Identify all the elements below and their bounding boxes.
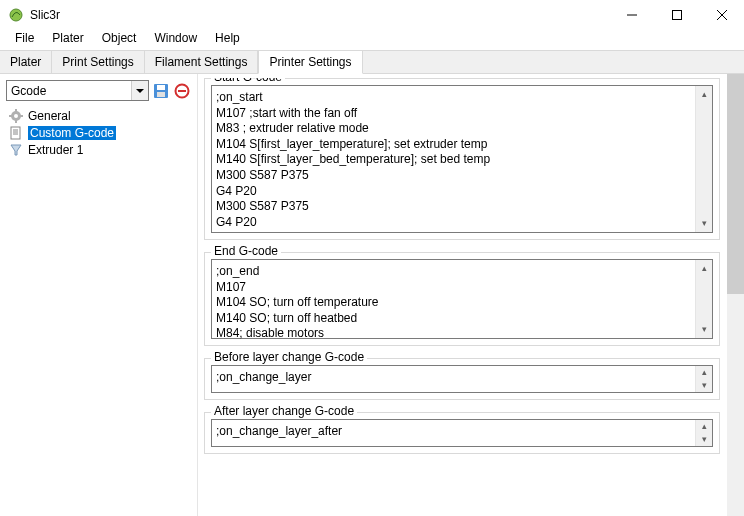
tree-label: Extruder 1 — [28, 143, 83, 157]
right-pane: Start G-code ;on_start M107 ;start with … — [197, 74, 744, 516]
scroll-down-icon: ▾ — [696, 321, 713, 338]
menu-object[interactable]: Object — [93, 29, 146, 47]
after-layer-textarea[interactable]: ;on_change_layer_after▴▾ — [211, 419, 713, 447]
code-text: ;on_change_layer — [216, 370, 708, 386]
tab-printer-settings[interactable]: Printer Settings — [258, 50, 362, 74]
svg-rect-2 — [672, 11, 681, 20]
scroll-down-icon: ▾ — [696, 433, 713, 446]
close-button[interactable] — [699, 0, 744, 30]
textarea-scrollbar[interactable]: ▴▾ — [695, 366, 712, 392]
scroll-up-icon: ▴ — [696, 420, 713, 433]
before-layer-section: Before layer change G-code ;on_change_la… — [204, 358, 720, 400]
maximize-button[interactable] — [654, 0, 699, 30]
window-controls — [609, 0, 744, 30]
textarea-scrollbar[interactable]: ▴▾ — [695, 420, 712, 446]
textarea-scrollbar[interactable]: ▴▾ — [695, 86, 712, 232]
svg-point-0 — [10, 9, 22, 21]
after-layer-section: After layer change G-code ;on_change_lay… — [204, 412, 720, 454]
preset-row: Gcode — [6, 80, 191, 101]
before-layer-textarea[interactable]: ;on_change_layer▴▾ — [211, 365, 713, 393]
section-legend: End G-code — [211, 244, 281, 258]
end-gcode-section: End G-code ;on_end M107 M104 SO; turn of… — [204, 252, 720, 346]
code-text: ;on_change_layer_after — [216, 424, 708, 440]
tree-item-general[interactable]: General — [6, 107, 191, 124]
tree-item-extruder-1[interactable]: Extruder 1 — [6, 141, 191, 158]
funnel-icon — [8, 142, 24, 158]
start-gcode-section: Start G-code ;on_start M107 ;start with … — [204, 78, 720, 240]
section-legend: Start G-code — [211, 78, 285, 84]
start-gcode-textarea[interactable]: ;on_start M107 ;start with the fan off M… — [211, 85, 713, 233]
textarea-scrollbar[interactable]: ▴▾ — [695, 260, 712, 338]
scroll-down-icon: ▾ — [696, 215, 713, 232]
menubar: File Plater Object Window Help — [0, 30, 744, 50]
pane-scrollbar[interactable] — [727, 74, 744, 516]
svg-rect-12 — [15, 109, 17, 112]
scroll-up-icon: ▴ — [696, 86, 713, 103]
scrollbar-thumb[interactable] — [727, 74, 744, 294]
gear-icon — [8, 108, 24, 124]
tree-label: General — [28, 109, 71, 123]
scroll-area: Start G-code ;on_start M107 ;start with … — [204, 78, 738, 516]
content-area: Gcode General Custom G-code Extruder 1 — [0, 74, 744, 516]
chevron-down-icon — [131, 81, 148, 100]
scroll-down-icon: ▾ — [696, 379, 713, 392]
page-icon — [8, 125, 24, 141]
scroll-up-icon: ▴ — [696, 366, 713, 379]
preset-select[interactable]: Gcode — [6, 80, 149, 101]
delete-preset-button[interactable] — [173, 82, 191, 100]
menu-file[interactable]: File — [6, 29, 43, 47]
svg-rect-15 — [20, 115, 23, 117]
tree-item-custom-gcode[interactable]: Custom G-code — [6, 124, 191, 141]
menu-help[interactable]: Help — [206, 29, 249, 47]
window-title: Slic3r — [30, 8, 609, 22]
svg-rect-14 — [9, 115, 12, 117]
end-gcode-textarea[interactable]: ;on_end M107 M104 SO; turn off temperatu… — [211, 259, 713, 339]
scroll-up-icon: ▴ — [696, 260, 713, 277]
section-legend: Before layer change G-code — [211, 350, 367, 364]
svg-rect-13 — [15, 120, 17, 123]
titlebar: Slic3r — [0, 0, 744, 30]
left-pane: Gcode General Custom G-code Extruder 1 — [0, 74, 197, 516]
tab-print-settings[interactable]: Print Settings — [52, 51, 144, 73]
svg-point-11 — [14, 114, 18, 118]
tab-plater[interactable]: Plater — [0, 51, 52, 73]
svg-rect-6 — [157, 85, 165, 90]
preset-value: Gcode — [11, 84, 46, 98]
minimize-button[interactable] — [609, 0, 654, 30]
menu-window[interactable]: Window — [145, 29, 206, 47]
code-text: ;on_start M107 ;start with the fan off M… — [216, 90, 708, 230]
tabs-bar: Plater Print Settings Filament Settings … — [0, 50, 744, 74]
tab-filament-settings[interactable]: Filament Settings — [145, 51, 259, 73]
app-icon — [8, 7, 24, 23]
svg-rect-7 — [157, 92, 165, 97]
tree-label: Custom G-code — [28, 126, 116, 140]
menu-plater[interactable]: Plater — [43, 29, 92, 47]
svg-rect-16 — [11, 127, 20, 139]
settings-tree: General Custom G-code Extruder 1 — [6, 107, 191, 510]
save-preset-button[interactable] — [152, 82, 170, 100]
section-legend: After layer change G-code — [211, 404, 357, 418]
code-text: ;on_end M107 M104 SO; turn off temperatu… — [216, 264, 708, 342]
